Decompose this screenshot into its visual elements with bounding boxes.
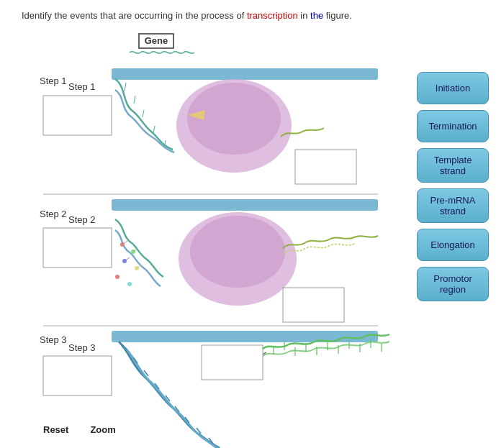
promotor-button[interactable]: Promotor region: [417, 267, 489, 301]
instruction-text: Identify the events that are occurring i…: [22, 10, 352, 21]
diagram-svg: Gene Step 1 Step 2: [18, 32, 407, 448]
svg-rect-13: [295, 150, 356, 184]
svg-text:Step 1: Step 1: [68, 81, 96, 92]
step1-label: Step 1: [40, 76, 67, 86]
svg-line-8: [134, 96, 135, 104]
zoom-button[interactable]: Zoom: [90, 424, 115, 435]
svg-rect-4: [43, 96, 112, 135]
template-strand-button[interactable]: Template strand: [417, 148, 489, 183]
termination-button[interactable]: Termination: [417, 110, 489, 142]
pre-mrna-button[interactable]: Pre-mRNA strand: [417, 188, 489, 223]
svg-rect-16: [112, 199, 378, 211]
svg-rect-31: [283, 288, 344, 322]
reset-button[interactable]: Reset: [43, 424, 68, 435]
svg-text:Gene: Gene: [145, 35, 168, 46]
svg-text:Step 2: Step 2: [68, 214, 96, 225]
svg-rect-2: [112, 68, 378, 80]
svg-line-7: [125, 83, 126, 91]
svg-line-10: [153, 126, 155, 133]
svg-text:Step 3: Step 3: [68, 342, 96, 353]
svg-rect-57: [202, 345, 263, 380]
options-panel: Initiation Termination Template strand P…: [417, 72, 489, 301]
svg-point-30: [190, 216, 285, 288]
svg-point-24: [127, 282, 132, 286]
highlight-transcription: transcription: [247, 10, 298, 21]
bottom-controls: Reset Zoom: [43, 424, 116, 435]
step2-label: Step 2: [40, 209, 67, 219]
svg-point-23: [115, 275, 120, 279]
svg-rect-18: [43, 228, 112, 268]
step3-label: Step 3: [40, 334, 67, 345]
svg-rect-35: [43, 356, 112, 396]
svg-line-9: [143, 110, 144, 117]
initiation-button[interactable]: Initiation: [417, 72, 489, 104]
elongation-button[interactable]: Elongation: [417, 229, 489, 261]
highlight-the: the: [310, 10, 323, 21]
